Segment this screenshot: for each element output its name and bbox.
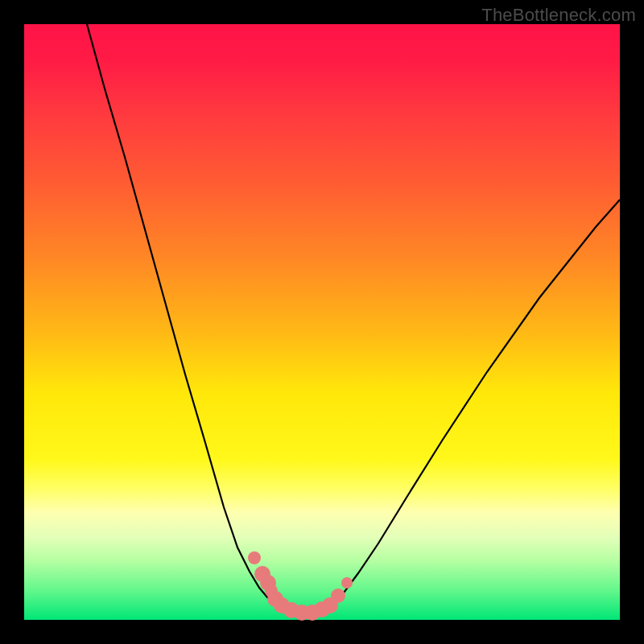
watermark-text: TheBottleneck.com <box>481 5 636 26</box>
curve-path <box>87 24 620 613</box>
data-dot <box>248 551 261 564</box>
curve-layer <box>24 24 620 620</box>
plot-area <box>24 24 620 620</box>
dot-group <box>248 551 353 621</box>
chart-frame: TheBottleneck.com <box>0 0 644 644</box>
data-dot <box>331 588 345 603</box>
data-dot <box>341 577 353 588</box>
